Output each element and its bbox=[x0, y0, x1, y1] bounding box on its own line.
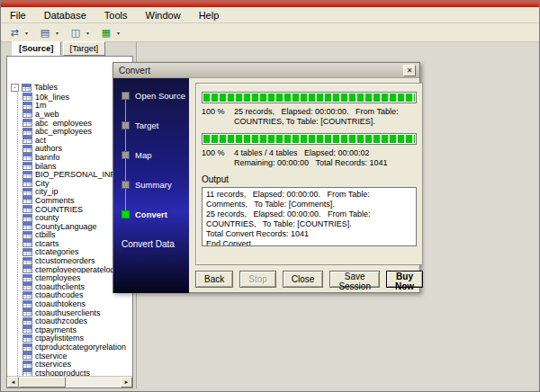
table-icon bbox=[22, 231, 32, 239]
menu-database[interactable]: Database bbox=[42, 9, 88, 22]
close-button[interactable]: Close bbox=[283, 271, 324, 288]
tree-item[interactable]: ctpayments bbox=[22, 325, 130, 334]
dialog-title: Convert bbox=[119, 66, 150, 76]
table-icon bbox=[22, 308, 32, 316]
tree-item-label: ctoauthclients bbox=[35, 282, 85, 291]
window-tool-icon[interactable]: ◫ bbox=[68, 25, 84, 40]
tab-source[interactable]: [Source] bbox=[12, 41, 61, 56]
toolbar: ⇄ ▾ ▤ ▾ ◫ ▾ ▦ ▾ bbox=[1, 23, 539, 42]
table-progress-bar bbox=[202, 92, 417, 103]
table-icon bbox=[22, 274, 32, 282]
table-progress-text: 25 records, Elapsed: 00:00:00. From Tabl… bbox=[234, 107, 417, 127]
table-tool-icon[interactable]: ▦ bbox=[98, 25, 114, 40]
tree-item[interactable]: ctoauthuserclients bbox=[22, 308, 130, 317]
convert-tool-icon[interactable]: ⇄ bbox=[6, 25, 22, 40]
menu-file[interactable]: File bbox=[8, 9, 28, 22]
table-progress-percent: 100 % bbox=[202, 107, 234, 127]
step-label: Summary bbox=[135, 180, 172, 190]
tree-item-label: ctbills bbox=[35, 231, 56, 240]
tree-item-label: a_web bbox=[35, 110, 59, 119]
tree-item-label: ctoauthuserclients bbox=[35, 308, 101, 317]
wizard-step-summary: Summary bbox=[122, 180, 189, 190]
back-button[interactable]: Back bbox=[195, 271, 233, 288]
tree-item[interactable]: ctservice bbox=[22, 352, 130, 361]
scrollbar-thumb[interactable] bbox=[19, 377, 66, 388]
tree-item-label: ctservice bbox=[35, 352, 68, 361]
tree-item-label: city_ip bbox=[35, 188, 58, 197]
table-icon bbox=[22, 102, 32, 110]
chevron-down-icon[interactable]: ▾ bbox=[114, 30, 122, 36]
table-icon bbox=[22, 136, 32, 144]
table-icon bbox=[22, 171, 32, 179]
scroll-left-icon[interactable]: ◄ bbox=[7, 377, 19, 388]
tree-item-label: ctproductcategoryrelation bbox=[35, 343, 126, 352]
tree-item-label: county bbox=[35, 213, 59, 222]
output-log[interactable]: 11 records, Elapsed: 00:00:00. From Tabl… bbox=[202, 187, 417, 246]
database-tool-icon[interactable]: ▤ bbox=[37, 25, 53, 40]
table-icon bbox=[22, 334, 32, 343]
window-titlebar[interactable] bbox=[1, 1, 539, 7]
tree-item-label: ctcustomeorders bbox=[35, 256, 95, 265]
tree-item-label: abc_employees bbox=[35, 127, 92, 136]
table-icon bbox=[22, 214, 32, 222]
tree-item-label: ctoauthcodes bbox=[35, 291, 84, 300]
tree-item-label: 1m bbox=[35, 102, 47, 111]
collapse-icon[interactable]: - bbox=[11, 84, 19, 92]
tree-item-label: ctservices bbox=[35, 360, 71, 369]
app-window: File Database Tools Window Help ⇄ ▾ ▤ ▾ … bbox=[0, 0, 540, 392]
table-icon bbox=[22, 257, 32, 265]
table-icon bbox=[22, 239, 32, 247]
tree-item[interactable]: ctproductcategoryrelation bbox=[22, 343, 130, 352]
scroll-right-icon[interactable]: ► bbox=[121, 377, 132, 388]
table-icon bbox=[22, 128, 32, 136]
table-icon bbox=[22, 93, 32, 101]
table-icon bbox=[22, 300, 32, 308]
convert-dialog: Convert ✕ Open SourceTargetMapSummaryCon… bbox=[112, 62, 420, 293]
table-icon bbox=[22, 110, 32, 118]
menu-window[interactable]: Window bbox=[144, 9, 183, 22]
step-marker-icon bbox=[122, 181, 130, 189]
step-marker-icon bbox=[122, 121, 130, 129]
close-icon[interactable]: ✕ bbox=[403, 65, 416, 76]
chevron-down-icon[interactable]: ▾ bbox=[53, 30, 61, 36]
sidebar-caption: Convert Data bbox=[122, 239, 189, 249]
table-icon bbox=[22, 291, 32, 299]
save-session-button[interactable]: Save Session bbox=[329, 271, 380, 288]
tree-item-label: ctpayments bbox=[35, 325, 76, 334]
step-marker-icon bbox=[122, 151, 130, 159]
dialog-titlebar[interactable]: Convert ✕ bbox=[113, 63, 419, 78]
tree-item-label: Comments bbox=[35, 196, 75, 205]
tree-item-label: COUNTRIES bbox=[35, 205, 83, 214]
table-icon bbox=[22, 352, 32, 360]
total-progress-percent: 100 % bbox=[202, 148, 234, 168]
tree-item[interactable]: ctoauthtokens bbox=[22, 299, 130, 308]
tree-item-label: act bbox=[35, 136, 46, 145]
buy-now-button[interactable]: Buy Now bbox=[386, 271, 423, 288]
menu-help[interactable]: Help bbox=[197, 9, 221, 22]
chevron-down-icon[interactable]: ▾ bbox=[84, 30, 92, 36]
tree-item-label: bilans bbox=[35, 162, 57, 171]
table-icon bbox=[22, 153, 32, 161]
table-icon bbox=[22, 361, 32, 369]
table-icon bbox=[22, 265, 32, 273]
tree-horizontal-scrollbar[interactable]: ◄ ► bbox=[7, 376, 132, 388]
table-icon bbox=[22, 282, 32, 290]
tree-item-label: BIO_PERSONAL_INF bbox=[35, 170, 115, 179]
tree-item[interactable]: ctservices bbox=[22, 360, 130, 369]
tree-item[interactable]: ctpaylistitems bbox=[22, 334, 130, 343]
table-icon bbox=[22, 343, 32, 352]
menu-tools[interactable]: Tools bbox=[103, 9, 130, 22]
table-icon bbox=[22, 222, 32, 230]
menu-bar: File Database Tools Window Help bbox=[1, 7, 539, 23]
tree-item-label: ctcategories bbox=[35, 248, 79, 257]
tree-item-label: City bbox=[35, 179, 50, 188]
chevron-down-icon[interactable]: ▾ bbox=[22, 30, 31, 36]
tab-target[interactable]: [Target] bbox=[63, 41, 106, 56]
tree-item[interactable]: ctoauthzcodes bbox=[22, 316, 130, 325]
wizard-step-target: Target bbox=[122, 120, 189, 130]
tree-item-label: barinfo bbox=[35, 153, 60, 162]
stop-button: Stop bbox=[239, 271, 276, 288]
tree-item-label: ctoauthtokens bbox=[35, 299, 86, 308]
table-icon bbox=[22, 84, 32, 92]
table-icon bbox=[22, 119, 32, 127]
